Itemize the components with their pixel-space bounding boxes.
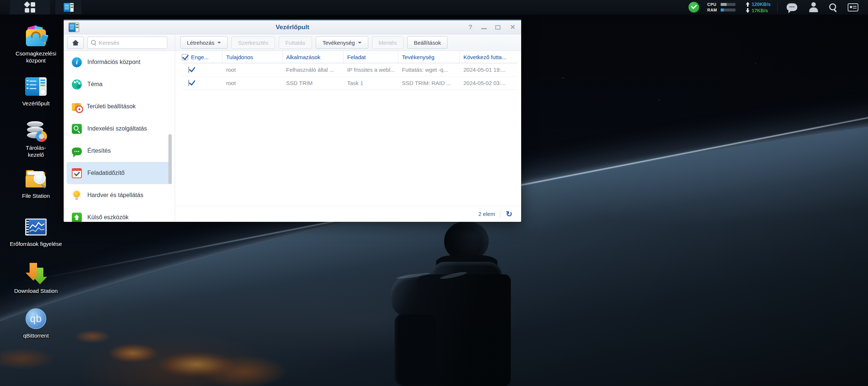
desktop-icon-file-station[interactable]: File Station <box>8 167 64 199</box>
row-enabled-checkbox[interactable] <box>188 67 189 73</box>
desktop-icon-package-center[interactable]: Csomagkezelési központ <box>8 25 64 64</box>
sidebar-item-label: Téma <box>87 81 103 88</box>
taskbar-search-icon[interactable] <box>828 3 838 12</box>
settings-button[interactable]: Beállítások <box>407 36 448 49</box>
desktop-icon-qbittorrent[interactable]: qb qBittorrent <box>8 307 64 339</box>
toolbar: Létrehozás Szerkesztés Futtatás Tevékeny… <box>175 34 521 51</box>
download-arrow-icon <box>746 8 750 13</box>
footer-divider <box>500 210 500 218</box>
column-header[interactable]: Enge... <box>191 54 209 60</box>
minimize-button[interactable] <box>481 28 487 29</box>
dropdown-caret-icon <box>217 42 221 44</box>
sidebar-item-label: Feladatidőzítő <box>87 170 125 176</box>
edit-button[interactable]: Szerkesztés <box>231 36 275 49</box>
sidebar-item-info-center[interactable]: Információs központ <box>67 51 171 73</box>
desktop-icon-label: Vezérlőpult <box>22 100 50 107</box>
run-button[interactable]: Futtatás <box>279 36 312 49</box>
storage-manager-icon <box>26 121 46 141</box>
upload-arrow-icon <box>746 2 750 7</box>
sidebar-item-regional-options[interactable]: Területi beállítások <box>67 95 171 118</box>
column-header[interactable]: Tevékenység <box>398 51 460 63</box>
action-button[interactable]: Tevékenység <box>316 36 368 49</box>
sidebar-scrollbar-thumb[interactable] <box>168 134 172 184</box>
taskbar: CPU RAM 120KB/s 17KB/s <box>0 0 868 15</box>
download-speed: 17KB/s <box>752 8 768 13</box>
taskbar-control-panel-button[interactable] <box>55 0 82 14</box>
system-meters: CPU RAM <box>707 2 735 12</box>
desktop-icon-download-station[interactable]: Download Station <box>8 263 64 294</box>
indexing-search-icon <box>72 124 82 134</box>
cell-owner: root <box>222 67 282 73</box>
button-label: Szerkesztés <box>238 40 268 46</box>
sidebar-item-indexing-service[interactable]: Indexelési szolgáltatás <box>67 118 171 140</box>
taskbar-divider <box>777 3 778 12</box>
dropdown-caret-icon <box>358 42 362 44</box>
home-button[interactable] <box>67 37 84 49</box>
create-button[interactable]: Létrehozás <box>180 36 228 49</box>
cpu-bar <box>721 3 735 6</box>
column-header[interactable]: Következő futta... <box>460 51 517 63</box>
button-label: Mentés <box>379 40 397 46</box>
desktop-icon-label: qBittorrent <box>23 332 48 339</box>
sidebar-item-label: Külső eszközök <box>87 214 128 221</box>
desktop-icon-control-panel[interactable]: Vezérlőpult <box>8 75 64 107</box>
cpu-label: CPU <box>707 2 720 7</box>
control-panel-icon <box>25 77 47 96</box>
search-input[interactable] <box>99 40 164 46</box>
window-main-pane: Létrehozás Szerkesztés Futtatás Tevékeny… <box>175 34 521 222</box>
sidebar-item-external-devices[interactable]: Külső eszközök <box>67 206 171 222</box>
system-health-icon[interactable] <box>688 2 699 13</box>
sidebar-item-hardware-power[interactable]: Hardver és tápellátás <box>67 184 171 206</box>
cell-application: Felhasználó által ... <box>282 67 343 73</box>
ram-label: RAM <box>707 8 720 12</box>
desktop-icon-label: Tárolás-kezelő <box>20 144 51 158</box>
search-icon <box>91 40 97 45</box>
refresh-icon[interactable]: ↻ <box>506 210 512 218</box>
column-header[interactable]: Feladat <box>343 51 398 63</box>
user-account-icon[interactable] <box>809 2 818 12</box>
sidebar-item-label: Hardver és tápellátás <box>87 192 143 199</box>
ram-bar <box>721 9 735 11</box>
maximize-button[interactable] <box>495 25 500 30</box>
item-count: 2 elem <box>478 211 495 217</box>
main-menu-grid-icon <box>24 2 36 13</box>
notifications-icon[interactable] <box>787 3 797 11</box>
button-label: Létrehozás <box>187 40 214 46</box>
notification-bubble-icon <box>72 148 82 155</box>
network-speeds: 120KB/s 17KB/s <box>746 1 771 13</box>
resource-monitor-icon <box>25 219 47 236</box>
search-box[interactable] <box>87 37 167 49</box>
close-button[interactable]: ✕ <box>509 23 516 31</box>
column-header[interactable]: Tulajdonos <box>222 51 282 63</box>
select-all-checkbox[interactable] <box>182 54 188 60</box>
desktop-icon-storage-manager[interactable]: Tárolás-kezelő <box>8 119 64 158</box>
main-menu-button[interactable] <box>9 0 51 14</box>
column-header[interactable]: Alkalmazások <box>282 51 343 63</box>
sidebar-list: Információs központ Téma Területi beállí… <box>64 51 175 222</box>
table-row[interactable]: root Felhasználó által ... IP frissites … <box>182 63 517 77</box>
widgets-icon[interactable] <box>848 3 858 11</box>
desktop-icon-label: Download Station <box>14 287 58 294</box>
help-button[interactable]: ? <box>467 24 474 31</box>
sidebar-item-label: Információs központ <box>87 59 140 65</box>
desktop-icon-label: File Station <box>22 192 50 199</box>
button-label: Beállítások <box>414 40 441 46</box>
desktop-icon-resource-monitor[interactable]: Erőforrások figyelése <box>8 216 64 247</box>
button-label: Futtatás <box>285 40 305 46</box>
table-header: Enge... Tulajdonos Alkalmazások Feladat … <box>182 51 517 63</box>
control-panel-taskbar-icon <box>64 3 74 12</box>
window-titlebar[interactable]: Vezérlőpult ? ✕ <box>64 20 521 34</box>
sidebar-item-label: Területi beállítások <box>87 103 136 110</box>
table-row[interactable]: root SSD TRIM Task 1 SSD TRIM: RAID ... … <box>182 77 517 90</box>
file-station-icon <box>25 170 47 188</box>
home-icon <box>72 40 79 45</box>
download-station-icon <box>25 263 47 285</box>
sidebar-item-theme[interactable]: Téma <box>67 73 171 95</box>
cell-application: SSD TRIM <box>282 80 343 86</box>
cell-task: IP frissites a webl... <box>343 67 398 73</box>
row-enabled-checkbox[interactable] <box>188 80 189 86</box>
save-button[interactable]: Mentés <box>372 36 403 49</box>
sidebar-item-notification[interactable]: Értesítés <box>67 140 171 162</box>
sidebar-item-task-scheduler[interactable]: Feladatidőzítő <box>67 162 171 184</box>
cell-next-run: 2024-05-01 19:... <box>460 67 517 73</box>
